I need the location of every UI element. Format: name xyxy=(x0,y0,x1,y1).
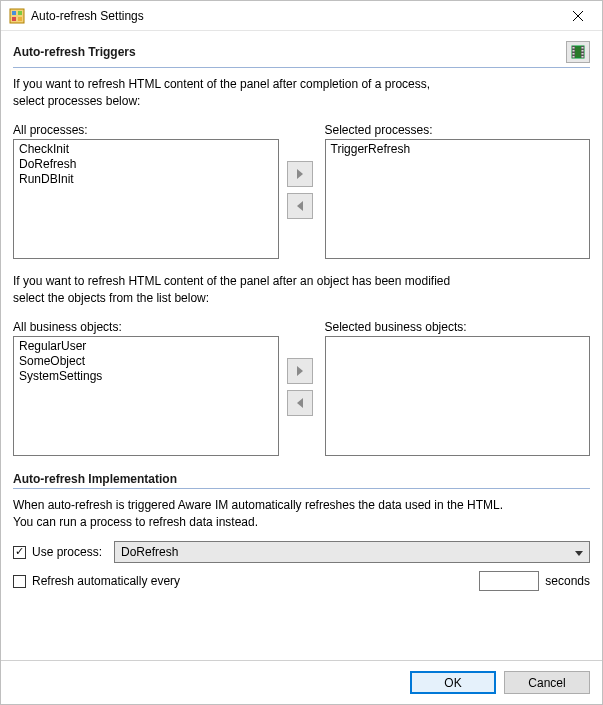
app-icon xyxy=(9,8,25,24)
implementation-heading: Auto-refresh Implementation xyxy=(13,472,185,486)
chevron-down-icon xyxy=(575,545,583,559)
all-objects-listbox[interactable]: RegularUserSomeObjectSystemSettings xyxy=(13,336,279,456)
film-icon-button[interactable] xyxy=(566,41,590,63)
svg-marker-21 xyxy=(297,398,303,408)
chevron-left-icon xyxy=(296,201,304,211)
list-item[interactable]: SomeObject xyxy=(18,354,274,369)
use-process-label: Use process: xyxy=(32,545,108,559)
titlebar: Auto-refresh Settings xyxy=(1,1,602,31)
list-item[interactable]: RegularUser xyxy=(18,339,274,354)
all-processes-label: All processes: xyxy=(13,123,279,137)
svg-rect-13 xyxy=(573,56,575,58)
triggers-desc: If you want to refresh HTML content of t… xyxy=(13,76,590,111)
all-processes-column: All processes: CheckInitDoRefreshRunDBIn… xyxy=(13,123,279,259)
refresh-every-input[interactable] xyxy=(479,571,539,591)
svg-rect-3 xyxy=(12,17,16,21)
svg-marker-18 xyxy=(297,169,303,179)
selected-processes-label: Selected processes: xyxy=(325,123,591,137)
selected-processes-column: Selected processes: TriggerRefresh xyxy=(325,123,591,259)
svg-rect-15 xyxy=(582,50,584,52)
move-left-button[interactable] xyxy=(287,193,313,219)
use-process-checkbox[interactable] xyxy=(13,546,26,559)
move-right-button[interactable] xyxy=(287,161,313,187)
use-process-select[interactable]: DoRefresh xyxy=(114,541,590,563)
dialog-footer: OK Cancel xyxy=(1,660,602,704)
objects-dual-list: All business objects: RegularUserSomeObj… xyxy=(13,320,590,456)
divider xyxy=(13,67,590,68)
refresh-every-checkbox[interactable] xyxy=(13,575,26,588)
list-item[interactable]: CheckInit xyxy=(18,142,274,157)
processes-mover xyxy=(287,123,317,219)
divider xyxy=(13,488,590,489)
implementation-desc: When auto-refresh is triggered Aware IM … xyxy=(13,497,590,532)
list-item[interactable]: TriggerRefresh xyxy=(330,142,586,157)
svg-rect-12 xyxy=(573,53,575,55)
svg-marker-19 xyxy=(297,201,303,211)
refresh-every-row: Refresh automatically every seconds xyxy=(13,571,590,591)
svg-rect-1 xyxy=(12,11,16,15)
svg-rect-4 xyxy=(18,17,22,21)
seconds-label: seconds xyxy=(545,574,590,588)
selected-objects-listbox[interactable] xyxy=(325,336,591,456)
chevron-right-icon xyxy=(296,366,304,376)
svg-rect-11 xyxy=(573,50,575,52)
dialog-window: Auto-refresh Settings Auto-refresh Trigg… xyxy=(0,0,603,705)
content-area: Auto-refresh Triggers If xyxy=(1,31,602,660)
triggers-heading: Auto-refresh Triggers xyxy=(13,45,144,59)
objects-desc: If you want to refresh HTML content of t… xyxy=(13,273,590,308)
refresh-every-label: Refresh automatically every xyxy=(32,574,180,588)
cancel-button[interactable]: Cancel xyxy=(504,671,590,694)
use-process-value: DoRefresh xyxy=(121,545,178,559)
svg-rect-10 xyxy=(573,47,575,49)
svg-rect-2 xyxy=(18,11,22,15)
svg-marker-22 xyxy=(575,551,583,556)
list-item[interactable]: SystemSettings xyxy=(18,369,274,384)
processes-dual-list: All processes: CheckInitDoRefreshRunDBIn… xyxy=(13,123,590,259)
svg-rect-14 xyxy=(582,47,584,49)
close-button[interactable] xyxy=(555,2,600,30)
all-objects-column: All business objects: RegularUserSomeObj… xyxy=(13,320,279,456)
svg-rect-17 xyxy=(582,56,584,58)
svg-rect-16 xyxy=(582,53,584,55)
selected-processes-listbox[interactable]: TriggerRefresh xyxy=(325,139,591,259)
chevron-right-icon xyxy=(296,169,304,179)
film-icon xyxy=(571,45,585,59)
triggers-header: Auto-refresh Triggers xyxy=(13,41,590,63)
selected-objects-column: Selected business objects: xyxy=(325,320,591,456)
window-title: Auto-refresh Settings xyxy=(31,9,555,23)
move-left-button[interactable] xyxy=(287,390,313,416)
implementation-header: Auto-refresh Implementation xyxy=(13,472,590,486)
use-process-row: Use process: DoRefresh xyxy=(13,541,590,563)
list-item[interactable]: RunDBInit xyxy=(18,172,274,187)
list-item[interactable]: DoRefresh xyxy=(18,157,274,172)
move-right-button[interactable] xyxy=(287,358,313,384)
svg-marker-20 xyxy=(297,366,303,376)
chevron-left-icon xyxy=(296,398,304,408)
all-processes-listbox[interactable]: CheckInitDoRefreshRunDBInit xyxy=(13,139,279,259)
implementation-section: Auto-refresh Implementation When auto-re… xyxy=(13,472,590,600)
ok-button[interactable]: OK xyxy=(410,671,496,694)
all-objects-label: All business objects: xyxy=(13,320,279,334)
objects-mover xyxy=(287,320,317,416)
selected-objects-label: Selected business objects: xyxy=(325,320,591,334)
